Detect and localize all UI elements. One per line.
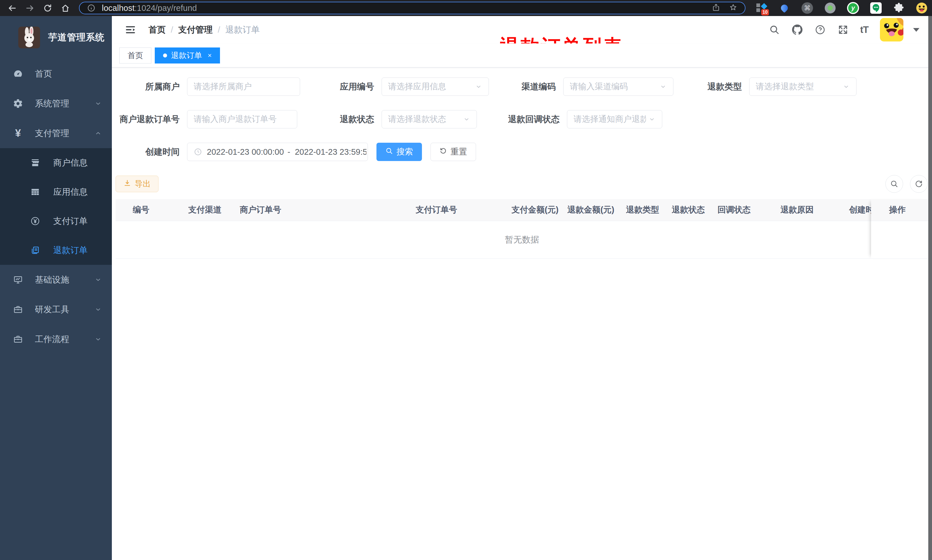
- sidebar-item-label: 应用信息: [53, 186, 88, 198]
- forward-icon[interactable]: [24, 2, 35, 14]
- placeholder-text: 请选择退款类型: [756, 81, 840, 92]
- app-no-select[interactable]: 请选择应用信息: [381, 77, 489, 96]
- sidebar-menu: 首页系统管理¥支付管理商户信息应用信息支付订单退款订单基础设施研发工具工作流程: [0, 59, 112, 354]
- refund-type-select[interactable]: 请选择退款类型: [749, 77, 857, 96]
- sidebar-item-merchant[interactable]: 商户信息: [0, 148, 112, 177]
- app-logo[interactable]: 芋道管理系统: [0, 16, 112, 59]
- filter-form: 所属商户请选择所属商户应用编号请选择应用信息渠道编码请输入渠道编码退款类型请选择…: [115, 77, 928, 161]
- command-extension-icon[interactable]: ⌘: [801, 2, 814, 14]
- help-icon[interactable]: [814, 24, 826, 35]
- sidebar-item-workflow[interactable]: 工作流程: [0, 324, 112, 354]
- recorder-extension-icon[interactable]: [824, 2, 837, 14]
- sidebar-item-label: 首页: [35, 68, 52, 80]
- table-header: 编号支付渠道商户订单号支付订单号支付金额(元)退款金额(元)退款类型退款状态回调…: [115, 199, 928, 221]
- placeholder-text: 请输入渠道编码: [570, 81, 657, 92]
- sidebar-item-devtools[interactable]: 研发工具: [0, 295, 112, 324]
- puzzle-extension-icon[interactable]: [892, 2, 905, 14]
- kite-extension-icon[interactable]: [778, 2, 791, 14]
- toolbox-icon: [12, 304, 23, 315]
- table-header-cell: 退款类型: [619, 204, 665, 215]
- gear-icon: [12, 98, 23, 109]
- sidebar-item-pay-order[interactable]: 支付订单: [0, 206, 112, 236]
- tab-active[interactable]: 退款订单×: [155, 48, 220, 63]
- sidebar: 芋道管理系统 首页系统管理¥支付管理商户信息应用信息支付订单退款订单基础设施研发…: [0, 16, 112, 560]
- breadcrumb-separator: /: [171, 25, 173, 35]
- home-icon[interactable]: [60, 2, 71, 14]
- back-icon[interactable]: [6, 2, 18, 14]
- placeholder-text: 请选择通知商户退款结果的: [574, 114, 646, 125]
- sidebar-item-infra[interactable]: 基础设施: [0, 265, 112, 295]
- font-size-icon[interactable]: tT: [860, 24, 869, 35]
- url-host: localhost: [102, 3, 134, 12]
- close-icon[interactable]: ×: [208, 51, 212, 60]
- sidebar-item-pay[interactable]: ¥支付管理: [0, 118, 112, 148]
- sidebar-item-app[interactable]: 应用信息: [0, 177, 112, 206]
- search-button[interactable]: 搜索: [377, 143, 422, 161]
- table-header-cell: 退款金额(元): [560, 204, 619, 215]
- fullscreen-icon[interactable]: [837, 24, 849, 35]
- page-scrollbar[interactable]: [928, 16, 932, 560]
- grid-diamond-extension-icon[interactable]: 10: [755, 2, 768, 14]
- filter-label: 退款类型: [674, 81, 749, 93]
- sidebar-item-system[interactable]: 系统管理: [0, 89, 112, 118]
- chevron-down-icon: [94, 335, 102, 343]
- export-button[interactable]: 导出: [115, 175, 158, 192]
- tab-active-dot-icon: [163, 54, 167, 57]
- empty-placeholder: 暂无数据: [115, 221, 928, 258]
- table-header-cell: 退款状态: [665, 204, 711, 215]
- sidebar-item-label: 工作流程: [35, 334, 69, 345]
- site-info-icon[interactable]: [87, 4, 95, 12]
- tab-label: 首页: [128, 50, 143, 61]
- filter-label: 商户退款订单号: [115, 114, 187, 125]
- filter-field-refund-status: 退款状态请选择退款状态: [297, 110, 477, 128]
- filter-row: 所属商户请选择所属商户应用编号请选择应用信息渠道编码请输入渠道编码退款类型请选择…: [115, 77, 928, 96]
- sidebar-toggle-icon[interactable]: [125, 24, 137, 36]
- refund-status-select[interactable]: 请选择退款状态: [381, 110, 477, 128]
- breadcrumb-item[interactable]: 首页: [148, 24, 166, 36]
- refund-table: 编号支付渠道商户订单号支付订单号支付金额(元)退款金额(元)退款类型退款状态回调…: [115, 199, 928, 258]
- table-header-cell: 退款原因: [774, 204, 842, 215]
- placeholder-text: 请选择应用信息: [388, 81, 472, 92]
- export-label: 导出: [135, 178, 151, 189]
- sidebar-item-label: 研发工具: [35, 304, 69, 315]
- avatar[interactable]: [880, 18, 903, 42]
- clock-icon: [194, 148, 202, 156]
- refresh-button[interactable]: [910, 175, 928, 193]
- placeholder-text: 请输入商户退款订单号: [194, 114, 291, 125]
- reload-icon[interactable]: [42, 2, 53, 14]
- filter-field-refund-type: 退款类型请选择退款类型: [674, 77, 857, 96]
- channel-code-select[interactable]: 请输入渠道编码: [563, 77, 674, 96]
- chevron-down-icon[interactable]: [913, 28, 920, 32]
- github-icon[interactable]: [792, 24, 803, 35]
- share-icon[interactable]: [712, 3, 720, 13]
- refund-callback-status-select[interactable]: 请选择通知商户退款结果的: [567, 110, 662, 128]
- table-fixed-body: [871, 221, 928, 258]
- filter-field-create-time: 创建时间2022-01-23 00:00:00-2022-01-23 23:59…: [115, 143, 368, 161]
- toggle-search-button[interactable]: [885, 175, 903, 193]
- search-button-label: 搜索: [397, 146, 413, 158]
- tab-item[interactable]: 首页: [119, 48, 151, 63]
- merchant-refund-no-input[interactable]: 请输入商户退款订单号: [187, 110, 297, 128]
- browser-chrome: localhost:1024/pay/refund 10 ⌘ y: [0, 0, 932, 16]
- emoji-extension-icon[interactable]: [915, 2, 928, 14]
- sidebar-item-home[interactable]: 首页: [0, 59, 112, 89]
- merchant-input[interactable]: 请选择所属商户: [187, 77, 300, 96]
- sidebar-item-label: 支付管理: [35, 128, 69, 139]
- filter-field-refund-callback-status: 退款回调状态请选择通知商户退款结果的: [477, 110, 662, 128]
- app-title: 芋道管理系统: [48, 31, 105, 44]
- search-icon[interactable]: [769, 24, 780, 35]
- tags-view: 首页退款订单×: [112, 43, 932, 68]
- sidebar-item-refund-order[interactable]: 退款订单: [0, 236, 112, 265]
- filter-field-channel-code: 渠道编码请输入渠道编码: [489, 77, 674, 96]
- chat-extension-icon[interactable]: [870, 2, 882, 14]
- screen: localhost:1024/pay/refund 10 ⌘ y: [0, 0, 932, 560]
- breadcrumb: 首页/支付管理/退款订单: [148, 24, 260, 36]
- bookmark-star-icon[interactable]: [729, 3, 737, 13]
- reset-button[interactable]: 重置: [431, 143, 476, 161]
- breadcrumb-item[interactable]: 支付管理: [178, 24, 212, 36]
- address-bar[interactable]: localhost:1024/pay/refund: [79, 2, 746, 14]
- briefcase-icon: [12, 334, 23, 345]
- breadcrumb-item: 退款订单: [225, 24, 260, 36]
- y-extension-icon[interactable]: y: [847, 2, 859, 14]
- create-time-range-picker[interactable]: 2022-01-23 00:00:00-2022-01-23 23:59:59: [187, 143, 368, 161]
